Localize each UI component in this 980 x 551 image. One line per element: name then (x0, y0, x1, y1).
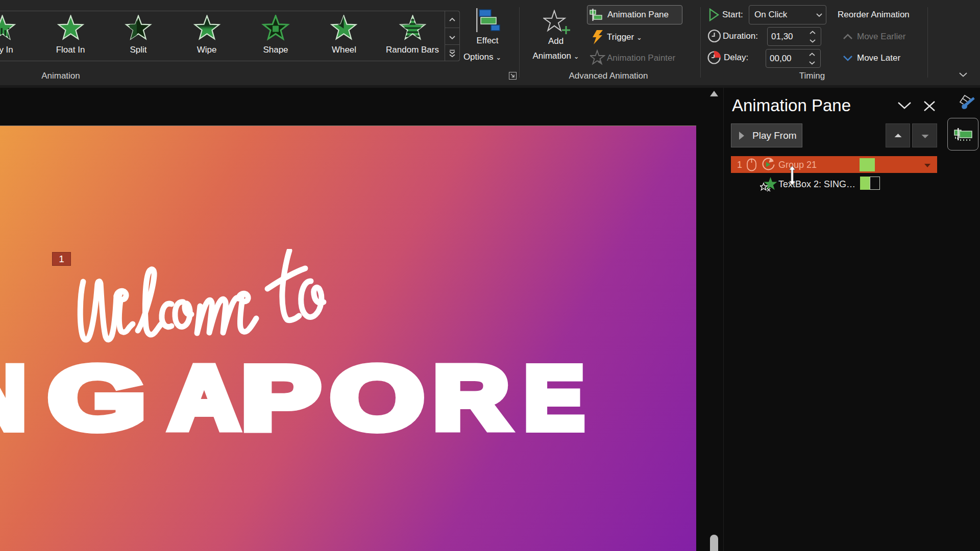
svg-text:E: E (524, 348, 584, 447)
svg-text:O: O (331, 348, 424, 447)
svg-text:N: N (0, 348, 26, 447)
svg-text:P: P (241, 348, 320, 447)
svg-text:R: R (433, 348, 509, 447)
svg-text:G: G (48, 348, 145, 447)
svg-text:A: A (169, 348, 239, 447)
